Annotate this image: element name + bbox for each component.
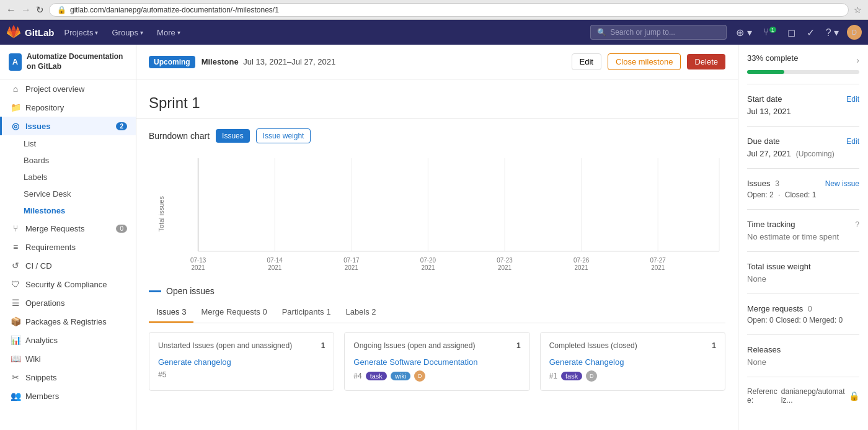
issues-badge: 2 xyxy=(116,122,127,130)
releases-value: None xyxy=(747,357,766,367)
lock-panel-icon: 🔒 xyxy=(849,391,859,401)
gitlab-logo[interactable]: GitLab xyxy=(6,25,55,40)
start-date-header: Start date Edit xyxy=(747,94,859,104)
completed-title: Completed Issues (closed) xyxy=(549,341,637,350)
svg-text:2021: 2021 xyxy=(498,264,512,271)
sidebar-sub-labels[interactable]: Labels xyxy=(0,169,136,186)
svg-text:07-13: 07-13 xyxy=(190,257,206,264)
issue-meta-1: #1 task D xyxy=(549,370,716,382)
analytics-icon: 📊 xyxy=(11,335,20,345)
total-weight-label: Total issue weight xyxy=(747,262,811,271)
bookmark-icon[interactable]: ☆ xyxy=(854,5,862,15)
due-date-note: (Upcoming) xyxy=(796,150,835,158)
pipelines-nav-icon[interactable]: ✓ xyxy=(804,25,818,40)
task-label-completed: task xyxy=(561,372,582,380)
sidebar-item-label: Snippets xyxy=(25,373,57,382)
sidebar-item-cicd[interactable]: ↺ CI / CD xyxy=(0,256,136,275)
user-avatar[interactable]: D xyxy=(847,25,862,40)
new-issue-link[interactable]: New issue xyxy=(825,179,859,188)
sidebar-item-snippets[interactable]: ✂ Snippets xyxy=(0,368,136,387)
url-text: gitlab.com/danianepg/automatize-document… xyxy=(70,6,279,14)
issue-link-generate-software-doc[interactable]: Generate Software Documentation xyxy=(353,357,520,367)
tab-participants[interactable]: Participants 1 xyxy=(275,302,339,323)
svg-text:2021: 2021 xyxy=(651,264,665,271)
issues-nav-icon[interactable]: ◻ xyxy=(784,25,799,40)
sidebar-item-merge-requests[interactable]: ⑂ Merge Requests 0 xyxy=(0,219,136,238)
sidebar-item-security-compliance[interactable]: 🛡 Security & Compliance xyxy=(0,275,136,293)
due-date-section: Due date Edit Jul 27, 2021 (Upcoming) xyxy=(747,137,859,169)
start-date-edit[interactable]: Edit xyxy=(846,95,859,104)
main-content: Upcoming Milestone Jul 13, 2021–Jul 27, … xyxy=(136,45,738,430)
shield-icon: 🛡 xyxy=(11,279,20,289)
sidebar-item-label: Members xyxy=(25,392,59,401)
reload-button[interactable]: ↻ xyxy=(36,4,44,16)
due-date-header: Due date Edit xyxy=(747,137,859,146)
sidebar-item-operations[interactable]: ☰ Operations xyxy=(0,293,136,312)
total-weight-value: None xyxy=(747,274,766,284)
merge-icon: ⑂ xyxy=(11,223,20,233)
sidebar-item-issues[interactable]: ◎ Issues 2 xyxy=(0,117,136,135)
edit-milestone-button[interactable]: Edit xyxy=(572,53,601,70)
due-date-edit[interactable]: Edit xyxy=(846,137,859,146)
tab-merge-requests[interactable]: Merge Requests 0 xyxy=(193,302,274,323)
help-icon[interactable]: ? xyxy=(855,220,859,229)
help-nav-icon[interactable]: ? ▾ xyxy=(823,25,842,40)
merge-requests-panel-header: Merge requests 0 xyxy=(747,304,859,313)
wiki-icon: 📖 xyxy=(11,354,20,364)
releases-label: Releases xyxy=(747,345,781,354)
sidebar-item-members[interactable]: 👥 Members xyxy=(0,387,136,405)
sidebar-item-repository[interactable]: 📁 Repository xyxy=(0,98,136,117)
merge-requests-nav-icon[interactable]: ⑂1 xyxy=(760,25,779,39)
top-navigation: GitLab Projects ▾ Groups ▾ More ▾ 🔍 Sear… xyxy=(0,20,868,45)
issues-tab-button[interactable]: Issues xyxy=(216,129,250,143)
time-tracking-header: Time tracking ? xyxy=(747,220,859,229)
start-date-section: Start date Edit Jul 13, 2021 xyxy=(747,94,859,127)
sidebar-item-analytics[interactable]: 📊 Analytics xyxy=(0,331,136,349)
projects-menu[interactable]: Projects ▾ xyxy=(61,25,102,40)
issues-panel-section: Issues 3 New issue Open: 2 · Closed: 1 xyxy=(747,179,859,210)
sidebar-item-label: Issues xyxy=(25,122,50,131)
milestone-header: Upcoming Milestone Jul 13, 2021–Jul 27, … xyxy=(136,45,738,79)
chart-area: Total issues xyxy=(149,152,725,276)
issues-panel-label: Issues 3 xyxy=(747,179,779,188)
sidebar-sub-list[interactable]: List xyxy=(0,135,136,152)
sidebar-item-requirements[interactable]: ≡ Requirements xyxy=(0,238,136,256)
svg-text:2021: 2021 xyxy=(192,264,205,271)
search-bar[interactable]: 🔍 Search or jump to... xyxy=(590,25,727,40)
unstarted-card-header: Unstarted Issues (open and unassigned) 1 xyxy=(158,341,325,350)
svg-text:2021: 2021 xyxy=(345,264,358,271)
expand-icon[interactable]: › xyxy=(856,55,859,65)
issue-weight-tab-button[interactable]: Issue weight xyxy=(256,128,311,143)
open-issues-section: Open issues Issues 3 Merge Requests 0 Pa… xyxy=(136,286,738,401)
more-menu[interactable]: More ▾ xyxy=(153,25,184,40)
issue-link-generate-changelog[interactable]: Generate changelog xyxy=(158,357,325,367)
sidebar-sub-boards[interactable]: Boards xyxy=(0,152,136,169)
tab-issues[interactable]: Issues 3 xyxy=(149,302,193,323)
issues-counts: Open: 2 · Closed: 1 xyxy=(747,190,859,199)
sidebar-item-label: Packages & Registries xyxy=(25,317,107,326)
sidebar-sub-milestones[interactable]: Milestones xyxy=(0,202,136,219)
tab-labels[interactable]: Labels 2 xyxy=(338,302,383,323)
ongoing-count: 1 xyxy=(516,341,521,350)
sidebar-item-label: CI / CD xyxy=(25,261,52,271)
back-button[interactable]: ← xyxy=(6,4,16,16)
unstarted-title: Unstarted Issues (open and unassigned) xyxy=(158,341,292,350)
delete-milestone-button[interactable]: Delete xyxy=(687,54,725,69)
sidebar-item-project-overview[interactable]: ⌂ Project overview xyxy=(0,79,136,98)
requirements-icon: ≡ xyxy=(11,242,20,252)
forward-button[interactable]: → xyxy=(21,4,31,16)
sidebar-item-wiki[interactable]: 📖 Wiki xyxy=(0,349,136,368)
issue-link-generate-changelog-closed[interactable]: Generate Changelog xyxy=(549,357,716,367)
due-date-label: Due date xyxy=(747,137,780,146)
close-milestone-button[interactable]: Close milestone xyxy=(608,53,681,70)
new-item-button[interactable]: ⊕ ▾ xyxy=(733,25,755,40)
task-label: task xyxy=(366,372,387,380)
sidebar-item-packages[interactable]: 📦 Packages & Registries xyxy=(0,312,136,331)
groups-menu[interactable]: Groups ▾ xyxy=(108,25,147,40)
sidebar-sub-service-desk[interactable]: Service Desk xyxy=(0,186,136,202)
milestone-label: Milestone Jul 13, 2021–Jul 27, 2021 xyxy=(202,57,336,66)
lock-icon: 🔒 xyxy=(57,6,66,14)
assignee-avatar: D xyxy=(414,370,425,382)
folder-icon: 📁 xyxy=(11,102,20,112)
address-bar[interactable]: 🔒 gitlab.com/danianepg/automatize-docume… xyxy=(49,3,849,17)
